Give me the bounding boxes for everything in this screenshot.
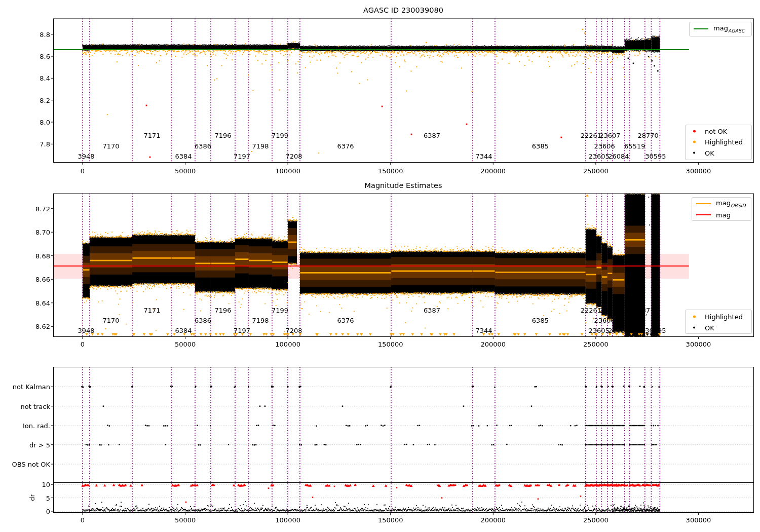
x-tick-label: 100000 [275,168,300,174]
x-tick-label: 250000 [583,517,609,523]
obsid-label-6386: 6386 [195,317,211,324]
y-tick-label: 8.2 [40,97,50,103]
legend-top-markers: not OKHighlightedOK [685,125,752,160]
obsid-label-6385: 6385 [532,317,549,324]
x-tick-label: 150000 [378,341,403,348]
dr-tick-label: 5 [46,495,50,501]
obsid-label-7198: 7198 [252,142,269,149]
flags-plot [53,367,754,513]
obsid-label-3948: 3948 [78,153,94,159]
obsid-label-7344: 7344 [475,153,492,159]
legend-mag-agasc-subscript: AGASC [728,28,745,33]
x-tick-label: 50000 [175,341,196,348]
x-tick-label: 150000 [378,517,403,523]
legend-highlighted-dot-sample [693,141,696,143]
obsid-label-7171: 7171 [143,307,160,314]
obsid-label-7196: 7196 [214,307,231,314]
obsid-label-26084: 26084 [608,153,629,159]
legend-mag-obsid: magOBSIDmag [692,197,751,221]
legend-ok-label: OK [705,149,714,156]
obsid-label-6384: 6384 [175,327,192,334]
obsid-label-7197: 7197 [234,153,250,159]
y-tick-label: 8.6 [40,53,50,60]
y-tick-label: 8.8 [40,31,50,37]
magnitude-estimates-plot [53,193,754,337]
obsid-label-7170: 7170 [102,317,119,324]
x-tick-label: 100000 [275,341,300,348]
x-tick-label: 50000 [175,168,196,174]
x-tick-label: 250000 [583,168,609,174]
legend-mid-line-0-text: mag [716,199,731,207]
obsid-label-6385: 6385 [532,142,549,149]
obsid-label-6384: 6384 [175,153,192,159]
x-tick-label: 0 [81,517,85,523]
obsid-label-6387: 6387 [424,307,440,314]
y-tick-label: 8.72 [35,205,50,212]
x-tick-label: 300000 [686,517,711,523]
flag-category-label: not Kalman [13,384,50,390]
flag-category-label: not track [20,403,50,409]
x-tick-label: 200000 [480,517,506,523]
obsid-label-28770: 28770 [637,307,658,314]
y-tick-label: 8.4 [40,75,50,82]
obsid-label-28770: 28770 [637,132,658,139]
obsid-label-26084: 26084 [608,327,629,334]
obsid-label-23607: 23607 [599,132,620,139]
x-tick-label: 50000 [175,517,196,523]
obsid-label-7196: 7196 [214,132,231,139]
x-tick-label: 250000 [583,341,609,348]
dr-tick-label: 10 [42,481,50,488]
x-tick-label: 150000 [378,168,403,174]
obsid-label-30595: 30595 [645,327,666,334]
obsid-label-6386: 6386 [195,142,211,149]
obsid-label-6376: 6376 [337,142,354,149]
legend-mag-agasc-text: mag [713,24,728,32]
y-tick-label: 8.66 [35,276,50,283]
obsid-label-7170: 7170 [102,142,119,149]
obsid-label-65519: 65519 [624,317,645,324]
middle-plot-title: Magnitude Estimates [364,182,442,189]
obsid-label-23605: 23605 [588,327,609,334]
legend-mid-line-0-line-sample [696,203,711,204]
obsid-label-7171: 7171 [143,132,160,139]
flag-category-label: OBS not OK [12,461,51,468]
x-tick-label: 0 [81,341,85,348]
flag-category-label: Ion. rad. [23,423,50,429]
x-tick-label: 300000 [686,341,711,348]
y-tick-label: 8.62 [35,323,50,330]
dr-axis-label: dr [29,494,35,501]
obsid-label-6376: 6376 [337,317,354,324]
obsid-label-22261: 22261 [581,132,601,139]
y-tick-label: 8.0 [40,119,50,125]
obsid-label-23606: 23606 [594,317,615,324]
top-plot [53,18,754,163]
x-tick-label: 100000 [275,517,300,523]
legend-mid-highlighted-label: Highlighted [705,314,743,320]
obsid-label-7208: 7208 [285,153,302,159]
obsid-label-22261: 22261 [581,307,601,314]
legend-mid-ok-label: OK [705,324,714,331]
legend-mid-markers: HighlightedOK [685,310,752,334]
obsid-label-7208: 7208 [285,327,302,334]
obsid-label-7198: 7198 [252,317,269,324]
legend-not-ok-dot-sample [693,130,696,132]
y-tick-label: 8.64 [35,299,50,306]
legend-mag-agasc-line-sample [694,28,708,29]
x-tick-label: 200000 [480,168,506,174]
obsid-label-7199: 7199 [272,307,288,314]
y-tick-label: 8.70 [35,229,50,236]
legend-mid-line-1-label: mag [716,211,731,218]
y-tick-label: 7.8 [40,141,50,147]
obsid-label-23607: 23607 [599,307,620,314]
x-tick-label: 300000 [686,168,711,174]
legend-mag-agasc: magAGASC [689,22,752,36]
top-plot-title: AGASC ID 230039080 [363,7,443,14]
legend-not-ok-label: not OK [705,128,727,134]
legend-mid-ok-dot-sample [693,326,695,328]
obsid-label-30595: 30595 [645,153,666,159]
obsid-label-23606: 23606 [594,142,615,149]
legend-mid-highlighted-dot-sample [693,316,696,318]
y-tick-label: 8.68 [35,252,50,259]
obsid-label-7199: 7199 [272,132,288,139]
legend-mid-line-1-text: mag [716,211,731,218]
